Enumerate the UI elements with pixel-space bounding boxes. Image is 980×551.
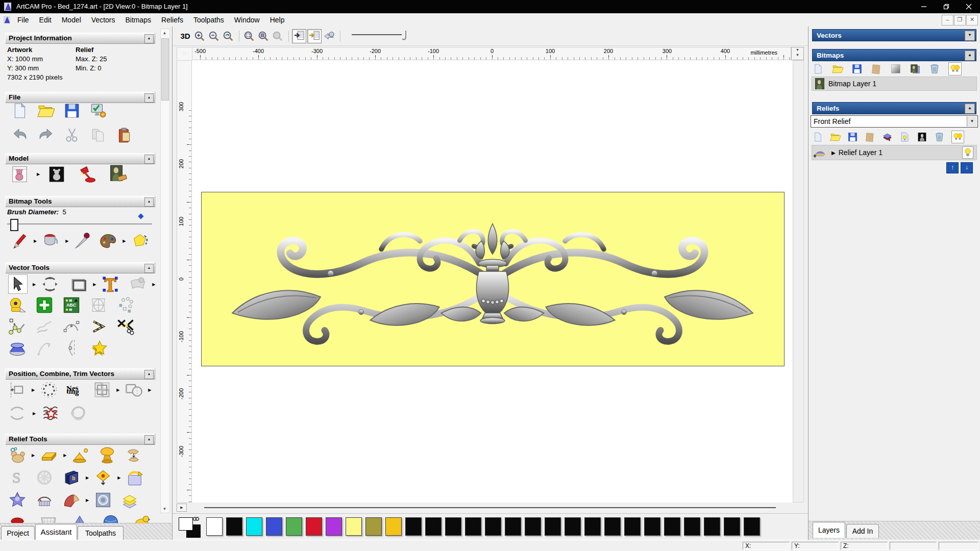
collapse-vector-tools-button[interactable]: ▲ <box>144 264 154 273</box>
create-star-icon[interactable] <box>89 339 108 357</box>
palette-swatch[interactable] <box>226 517 242 536</box>
reliefs-section-header[interactable]: Reliefs ▲ <box>812 102 976 114</box>
fan-relief-icon[interactable] <box>62 491 81 509</box>
bitmap-gradient-icon[interactable] <box>890 63 901 74</box>
create-polyline-icon[interactable] <box>8 317 27 336</box>
snap-points-icon[interactable] <box>116 296 135 314</box>
zoom-out-button[interactable] <box>207 30 220 43</box>
tab-add-in[interactable]: Add In <box>846 524 879 538</box>
canvas-vertical-scrollbar[interactable] <box>793 60 804 503</box>
save-relief-layer-icon[interactable] <box>847 132 858 142</box>
envelope-distort-icon[interactable] <box>129 275 147 293</box>
emboss-relief-icon[interactable] <box>94 491 112 509</box>
menu-bitmaps[interactable]: Bitmaps <box>120 14 157 26</box>
paste-text-icon[interactable]: ABC <box>62 296 81 314</box>
menu-model[interactable]: Model <box>57 14 86 26</box>
flyout-arrow[interactable]: ▶ <box>122 239 126 243</box>
palette-swatch[interactable] <box>704 517 720 536</box>
expand-vectors-button[interactable]: ▼ <box>965 31 975 41</box>
flyout-arrow[interactable]: ▶ <box>37 172 40 177</box>
mdi-restore-button[interactable]: ❐ <box>954 15 966 26</box>
section-file[interactable]: File ▲ <box>5 92 155 103</box>
mdi-close-button[interactable]: ✕ <box>966 15 978 26</box>
interlock-vectors-icon[interactable] <box>69 404 88 422</box>
greyscale-image-icon[interactable] <box>108 164 128 184</box>
flyout-arrow[interactable]: ▶ <box>63 453 66 458</box>
spin-relief-icon[interactable] <box>94 468 112 487</box>
brush-diameter-slider-track[interactable] <box>7 223 152 224</box>
menu-help[interactable]: Help <box>265 14 290 26</box>
zoom-fit-button[interactable] <box>257 30 270 43</box>
palette-swatch[interactable] <box>684 517 700 536</box>
palette-swatch[interactable] <box>744 517 760 536</box>
block-copy-icon[interactable] <box>93 381 111 399</box>
palette-swatch[interactable] <box>326 517 342 536</box>
sculpt-icon[interactable]: S <box>8 468 27 487</box>
ruler-units-button[interactable]: ▼▼ <box>791 47 804 60</box>
zoom-in-button[interactable] <box>193 30 206 43</box>
stack-relief-icon[interactable] <box>120 491 139 509</box>
palette-swatch[interactable] <box>266 517 282 536</box>
toggle-all-bitmaps-visibility-button[interactable] <box>948 62 962 76</box>
menu-vectors[interactable]: Vectors <box>86 14 120 26</box>
toggle-vector-view-button[interactable] <box>307 29 322 43</box>
weld-vectors-icon[interactable] <box>125 381 143 399</box>
palette-swatch[interactable] <box>724 517 740 536</box>
vector-texture-icon[interactable] <box>42 404 60 422</box>
restore-button[interactable] <box>935 0 958 13</box>
new-bitmap-layer-icon[interactable] <box>813 63 824 74</box>
invert-relief-icon[interactable] <box>917 132 927 142</box>
flyout-arrow[interactable]: ▶ <box>32 388 35 392</box>
palette-swatch[interactable] <box>545 517 561 536</box>
mdi-minimize-button[interactable]: – <box>942 15 953 26</box>
mushroom-relief-icon[interactable] <box>98 446 116 464</box>
palette-swatch[interactable] <box>246 517 262 536</box>
undo-icon[interactable] <box>11 127 29 144</box>
offset-relief-icon[interactable] <box>125 446 143 464</box>
palette-swatch[interactable] <box>346 517 362 536</box>
nesting-icon[interactable]: Nes ting <box>66 385 89 394</box>
flyout-arrow[interactable]: ▶ <box>34 239 37 243</box>
bezier-curve-icon[interactable] <box>62 317 81 336</box>
measure-tool-icon[interactable] <box>8 296 27 314</box>
preview-relief-button[interactable] <box>323 30 336 43</box>
open-relief-layer-icon[interactable] <box>830 132 841 142</box>
scroll-expand-button[interactable]: ▶ <box>177 504 187 512</box>
new-relief-layer-icon[interactable] <box>813 132 823 142</box>
palette-swatch[interactable] <box>206 517 223 536</box>
palette-swatch[interactable] <box>286 517 302 536</box>
palette-swatch[interactable] <box>425 517 442 536</box>
toggle-all-reliefs-visibility-button[interactable] <box>951 131 964 143</box>
flyout-arrow[interactable]: ▶ <box>32 453 35 458</box>
paint-icon[interactable] <box>10 232 29 250</box>
flyout-arrow[interactable]: ▶ <box>65 239 68 243</box>
collapse-file-button[interactable]: ▲ <box>144 93 154 103</box>
bitmap-layer-row[interactable]: Bitmap Layer 1 <box>812 77 977 91</box>
collapse-position-button[interactable]: ▲ <box>144 370 154 379</box>
expand-relief-layer-arrow[interactable]: ▶ <box>831 150 836 156</box>
distort-vectors-icon[interactable] <box>89 296 108 314</box>
clipart-bridge-icon[interactable] <box>35 491 54 509</box>
menu-toolpaths[interactable]: Toolpaths <box>188 14 229 26</box>
flyout-arrow[interactable]: ▶ <box>86 498 89 503</box>
collapse-relief-tools-button[interactable]: ▲ <box>144 435 154 444</box>
switch-3d-view-button[interactable]: 3D <box>179 30 192 43</box>
bitmap-image-layers-icon[interactable] <box>910 63 921 74</box>
scroll-up-arrow[interactable]: ▲ <box>161 29 168 37</box>
tab-project[interactable]: Project <box>1 526 35 540</box>
relief-set-dropdown-arrow[interactable]: ▼ <box>967 116 977 127</box>
open-model-icon[interactable] <box>37 102 55 119</box>
tab-assistant[interactable]: Assistant <box>35 524 77 540</box>
relief-texture-icon[interactable] <box>865 132 875 142</box>
collapse-bitmap-tools-button[interactable]: ▲ <box>144 197 154 207</box>
menu-file[interactable]: File <box>12 14 34 26</box>
palette-swatch[interactable] <box>445 517 461 536</box>
document-icon[interactable] <box>3 15 12 26</box>
select-vectors-tool[interactable] <box>8 274 28 294</box>
relief-from-model-icon[interactable] <box>8 446 27 464</box>
canvas-horizontal-scrollbar[interactable]: ▶ <box>177 503 804 512</box>
brush-diameter-slider-handle[interactable] <box>10 219 18 231</box>
palette-swatch[interactable] <box>385 517 402 536</box>
scrollbar-thumb[interactable] <box>204 507 776 508</box>
link-colours-icon[interactable] <box>192 516 200 521</box>
